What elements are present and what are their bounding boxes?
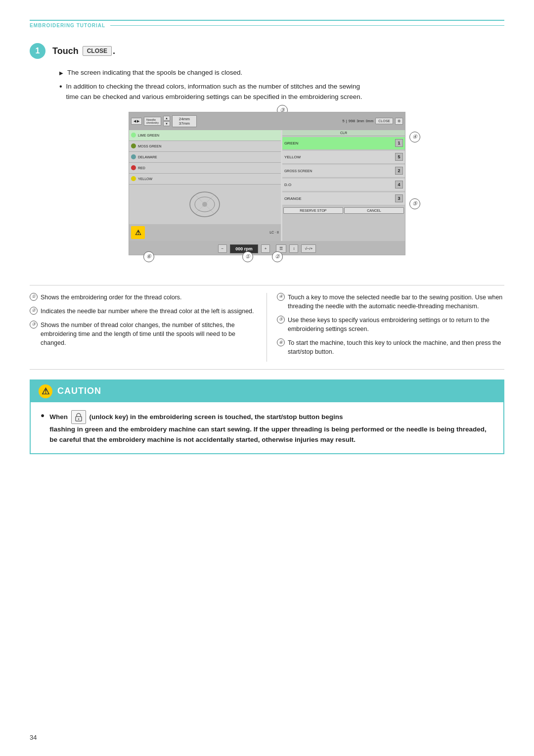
- step-number: 1: [30, 43, 45, 59]
- sim-dot-del: [131, 154, 136, 159]
- sim-name-yellow: YELLOW: [138, 177, 152, 181]
- period: .: [113, 46, 115, 56]
- sim-dot-lime: [131, 133, 136, 138]
- sim-clr-label: CLR: [282, 130, 405, 136]
- page-number: 34: [30, 734, 37, 741]
- sim-sort-btn[interactable]: ↕: [289, 244, 298, 253]
- header-line: [110, 25, 504, 26]
- desc-text-3: Shows the number of thread color changes…: [41, 321, 257, 347]
- sim-minus-btn[interactable]: −: [218, 244, 227, 253]
- close-button[interactable]: CLOSE: [83, 46, 112, 56]
- sim-name-red: RED: [138, 166, 145, 170]
- bullets-section: The screen indicating that the spools be…: [59, 68, 504, 102]
- sim-color-yellow: YELLOW: [129, 174, 281, 185]
- sim-name-lime: LIME GREEN: [138, 134, 159, 137]
- step-row: 1 Touch CLOSE .: [30, 43, 504, 59]
- step-label: Touch: [52, 46, 79, 56]
- desc-item-5: ⑤ Use these keys to specify various embr…: [277, 316, 504, 333]
- sim-color-moss: MOSS GREEN: [129, 141, 281, 152]
- sim-label-btn: Needlechmbrdry: [144, 117, 161, 126]
- caution-box: ⚠ CAUTION When (unlock key) in the em: [30, 379, 504, 454]
- desc-text-2: Indicates the needle bar number where th…: [41, 307, 254, 316]
- caution-when: When: [49, 413, 68, 420]
- sim-color-red: RED: [129, 163, 281, 174]
- sim-size-display: 24mm37mm: [172, 115, 197, 127]
- bullet-dot: In addition to checking the thread color…: [59, 82, 504, 102]
- callout-5: ⑤: [409, 198, 420, 209]
- desc-num-5: ⑤: [277, 316, 285, 324]
- desc-num-3: ③: [30, 321, 38, 329]
- caution-text: When (unlock key) in the embroidering sc…: [49, 410, 493, 445]
- callout-1: ①: [242, 251, 253, 262]
- caution-bold2: flashing in green and the embroidery mac…: [49, 425, 487, 444]
- sim-rc-gross-num: 2: [395, 167, 403, 175]
- callout-spacer: [30, 265, 504, 280]
- sim-speed-up: ▲: [163, 116, 170, 121]
- sim-plus-btn[interactable]: +: [261, 244, 270, 253]
- caution-dot-item: When (unlock key) in the embroidering sc…: [41, 410, 493, 445]
- sim-divider: |: [346, 119, 347, 123]
- caution-icon: ⚠: [39, 384, 52, 398]
- sim-lock-label: LC · II: [269, 231, 279, 234]
- sim-val3: 3mm: [356, 119, 364, 123]
- sim-cancel-btn[interactable]: CANCEL: [344, 207, 404, 214]
- desc-text-6: To start the machine, touch this key to …: [288, 338, 504, 356]
- desc-num-2: ②: [30, 307, 38, 315]
- desc-left: ① Shows the embroidering order for the t…: [30, 293, 267, 362]
- sim-reserve-btn[interactable]: RESERVE STOP: [283, 207, 343, 214]
- caution-body: When (unlock key) in the embroidering sc…: [31, 402, 503, 453]
- caution-icon-symbol: ⚠: [42, 386, 49, 397]
- sim-color-lime: LIME GREEN: [129, 130, 281, 141]
- desc-num-6: ⑥: [277, 338, 285, 346]
- sim-rc-yellow-num: 5: [395, 153, 403, 161]
- desc-right: ④ Touch a key to move the selected needl…: [267, 293, 504, 362]
- header-bar: EMBROIDERING TUTORIAL: [30, 20, 504, 28]
- sim-nav-btn: ◀ ▶: [131, 118, 142, 125]
- sim-counters: 5 | 998 3mm 0mm: [342, 119, 373, 123]
- sim-speed-down: ▼: [163, 121, 170, 126]
- bullet-arrow: The screen indicating that the spools be…: [59, 68, 504, 78]
- sim-dot-moss: [131, 143, 136, 148]
- sim-right-gross: GROSS SCREEN 2: [282, 165, 405, 178]
- sim-warning-icon: ⚠: [131, 226, 145, 239]
- sim-dot-red: [131, 165, 136, 170]
- caution-header: ⚠ CAUTION: [31, 380, 503, 402]
- caution-bold1: (unlock key) in the embroidering screen …: [89, 413, 343, 420]
- desc-item-3: ③ Shows the number of thread color chang…: [30, 321, 257, 347]
- caution-title: CAUTION: [57, 386, 101, 396]
- sim-right-do: D.O 4: [282, 179, 405, 191]
- desc-num-1: ①: [30, 293, 38, 301]
- desc-text-1: Shows the embroidering order for the thr…: [41, 293, 182, 302]
- sim-bottom-bar: − 000 rpm + ☰ ↕ √−/+: [129, 241, 405, 255]
- sim-rc-green-num: 1: [395, 139, 403, 147]
- desc-num-4: ④: [277, 293, 285, 301]
- sim-close-btn[interactable]: CLOSE: [375, 118, 393, 124]
- lock-icon: [71, 410, 86, 424]
- header-title: EMBROIDERING TUTORIAL: [30, 23, 105, 28]
- sim-main: LIME GREEN MOSS GREEN DELAWARE RED: [129, 130, 405, 241]
- desc-text-5: Use these keys to specify various embroi…: [288, 316, 504, 333]
- bullet-arrow-text: The screen indicating that the spools be…: [67, 68, 242, 78]
- screen-area: ③ ④ ⑤ ◀ ▶ Needlechmbrdry ▲ ▼ 24mm37mm: [30, 112, 504, 255]
- sim-preview-svg: [185, 185, 224, 224]
- desc-item-2: ② Indicates the needle bar number where …: [30, 307, 257, 316]
- sim-name-del: DELAWARE: [138, 155, 157, 159]
- desc-item-6: ⑥ To start the machine, touch this key t…: [277, 338, 504, 356]
- sim-val1: 5: [342, 119, 344, 123]
- sim-speed-controls: ▲ ▼: [163, 116, 170, 126]
- desc-container: ① Shows the embroidering order for the t…: [30, 285, 504, 370]
- sim-rc-yellow-name: YELLOW: [284, 155, 301, 159]
- sim-settings-btn[interactable]: ⚙: [395, 118, 403, 125]
- sim-right-yellow: YELLOW 5: [282, 151, 405, 164]
- sim-adjust-btn[interactable]: √−/+: [301, 244, 316, 253]
- desc-item-1: ① Shows the embroidering order for the t…: [30, 293, 257, 302]
- sim-top-bar: ◀ ▶ Needlechmbrdry ▲ ▼ 24mm37mm 5 | 998 …: [129, 112, 405, 130]
- sim-rc-do-num: 4: [395, 181, 403, 189]
- bullet-dot-text: In addition to checking the thread color…: [66, 82, 362, 102]
- sim-rc-orange-num: 3: [395, 194, 403, 202]
- sim-val4: 0mm: [366, 119, 374, 123]
- sim-rc-gross-name: GROSS SCREEN: [284, 169, 312, 173]
- sim-rc-green-name: GREEN: [284, 141, 298, 145]
- sim-right-orange: ORANGE 3: [282, 192, 405, 205]
- callout-4: ④: [409, 132, 420, 142]
